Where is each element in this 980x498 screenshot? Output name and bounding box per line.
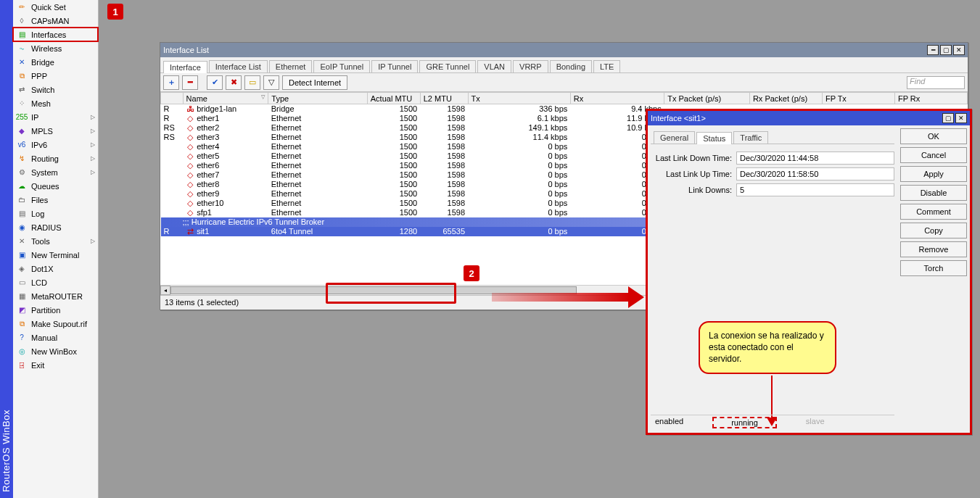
sidebar-item-partition[interactable]: ◩Partition — [13, 303, 98, 317]
cancel-button[interactable]: Cancel — [900, 147, 967, 163]
detail-tab-status[interactable]: Status — [696, 132, 732, 144]
sidebar-item-manual[interactable]: ?Manual — [13, 331, 98, 344]
tab-eoip-tunnel[interactable]: EoIP Tunnel — [313, 60, 370, 72]
sidebar-label: Quick Set — [31, 3, 66, 12]
sidebar-label: CAPsMAN — [31, 17, 70, 25]
col-header[interactable]: Type — [268, 93, 367, 104]
sidebar-item-mesh[interactable]: ⁘Mesh — [13, 96, 98, 110]
torch-button[interactable]: Torch — [900, 260, 967, 276]
sidebar-item-exit[interactable]: ⍈Exit — [13, 358, 98, 372]
tab-lte[interactable]: LTE — [593, 60, 620, 72]
menu-icon: ⇄ — [16, 85, 28, 95]
detail-tab-traffic[interactable]: Traffic — [733, 131, 768, 144]
sidebar-label: Interfaces — [31, 30, 66, 39]
sidebar-item-new-terminal[interactable]: ▣New Terminal — [13, 248, 98, 262]
sidebar-item-files[interactable]: 🗀Files — [13, 193, 98, 207]
tab-ethernet[interactable]: Ethernet — [269, 60, 313, 72]
col-header[interactable]: L2 MTU — [420, 93, 468, 104]
disable-button[interactable]: Disable — [900, 185, 967, 201]
sidebar-item-mpls[interactable]: ◆MPLS▷ — [13, 124, 98, 138]
sidebar-item-ppp[interactable]: ⧉PPP — [13, 69, 98, 83]
filter-button[interactable]: ▽ — [263, 75, 279, 90]
sidebar-item-log[interactable]: ▤Log — [13, 207, 98, 220]
scroll-left-arrow[interactable]: ◂ — [160, 286, 170, 295]
window-titlebar[interactable]: Interface List ━ ▢ ✕ — [160, 43, 968, 57]
sidebar-item-capsman[interactable]: ◊CAPsMAN — [13, 14, 98, 28]
window-title: Interface List — [163, 46, 926, 54]
callout-2: 2 — [464, 265, 479, 281]
detect-internet-button[interactable]: Detect Internet — [282, 75, 347, 90]
menu-icon: ◈ — [16, 264, 28, 274]
detail-status-strip: enabled running slave — [651, 415, 894, 430]
sidebar-item-system[interactable]: ⚙System▷ — [13, 165, 98, 179]
menu-icon: ⧉ — [16, 71, 28, 81]
col-header[interactable]: Actual MTU — [367, 93, 420, 104]
sidebar-item-lcd[interactable]: ▭LCD — [13, 275, 98, 289]
sidebar-item-radius[interactable]: ◉RADIUS — [13, 220, 98, 234]
col-header[interactable]: Rx — [570, 93, 664, 104]
sidebar-label: Partition — [31, 306, 60, 315]
detail-titlebar[interactable]: Interface <sit1> ▢ ✕ — [648, 111, 970, 125]
menu-icon: ▭ — [16, 278, 28, 288]
col-header[interactable]: Tx Packet (p/s) — [664, 93, 750, 104]
sidebar-label: PPP — [31, 72, 47, 80]
sidebar-item-dot1x[interactable]: ◈Dot1X — [13, 262, 98, 275]
sidebar-item-ip[interactable]: 255IP▷ — [13, 110, 98, 124]
status-enabled: enabled — [655, 417, 683, 428]
disable-button[interactable]: ✖ — [226, 75, 242, 90]
submenu-arrow-icon: ▷ — [91, 238, 95, 244]
sidebar-item-tools[interactable]: ✕Tools▷ — [13, 234, 98, 248]
sidebar-item-quick-set[interactable]: ✏Quick Set — [13, 0, 98, 14]
sidebar-item-switch[interactable]: ⇄Switch — [13, 83, 98, 96]
sidebar-item-wireless[interactable]: ⏦Wireless — [13, 41, 98, 55]
detail-tab-general[interactable]: General — [654, 131, 695, 144]
sidebar-item-queues[interactable]: ☁Queues — [13, 179, 98, 193]
col-header[interactable]: FP Rx — [894, 93, 967, 104]
col-header[interactable]: Rx Packet (p/s) — [749, 93, 822, 104]
remove-button[interactable]: ━ — [182, 75, 198, 90]
item-count: 13 items (1 selected) — [165, 298, 239, 307]
detail-buttons: OKCancelApplyDisableCommentCopyRemoveTor… — [897, 125, 970, 433]
sidebar-label: Bridge — [31, 58, 54, 67]
enable-button[interactable]: ✔ — [207, 75, 223, 90]
tab-gre-tunnel[interactable]: GRE Tunnel — [419, 60, 476, 72]
sidebar-label: MetaROUTER — [31, 292, 83, 301]
sidebar-item-bridge[interactable]: ✕Bridge — [13, 55, 98, 69]
menu-icon: ↯ — [16, 154, 28, 164]
tab-interface-list[interactable]: Interface List — [209, 60, 268, 72]
menu-icon: ▤ — [16, 30, 28, 40]
menu-icon: 🗀 — [16, 195, 28, 205]
detail-maximize-button[interactable]: ▢ — [942, 113, 954, 123]
ok-button[interactable]: OK — [900, 128, 967, 144]
tab-bonding[interactable]: Bonding — [550, 60, 592, 72]
detail-close-button[interactable]: ✕ — [955, 113, 967, 123]
sidebar-item-ipv6[interactable]: v6IPv6▷ — [13, 138, 98, 152]
menu-icon: ▣ — [16, 250, 28, 260]
comment-button[interactable]: ▭ — [244, 75, 260, 90]
sidebar-label: Files — [31, 196, 48, 204]
find-input[interactable]: Find — [907, 76, 965, 89]
add-button[interactable]: ＋ — [163, 75, 179, 90]
tab-vrrp[interactable]: VRRP — [513, 60, 548, 72]
sidebar-item-interfaces[interactable]: ▤Interfaces — [13, 28, 98, 41]
col-header[interactable]: Tx — [468, 93, 570, 104]
sidebar-item-make-supout-rif[interactable]: ⧉Make Supout.rif — [13, 317, 98, 331]
sidebar-label: Routing — [31, 154, 59, 163]
sidebar-item-new-winbox[interactable]: ◎New WinBox — [13, 344, 98, 358]
col-header[interactable]: Name▽ — [183, 93, 268, 104]
remove-button[interactable]: Remove — [900, 241, 967, 257]
col-header[interactable] — [161, 93, 184, 104]
maximize-button[interactable]: ▢ — [940, 45, 952, 55]
close-button[interactable]: ✕ — [953, 45, 965, 55]
comment-button[interactable]: Comment — [900, 204, 967, 220]
iflist-tabs: InterfaceInterface ListEthernetEoIP Tunn… — [160, 57, 968, 73]
tab-ip-tunnel[interactable]: IP Tunnel — [371, 60, 418, 72]
copy-button[interactable]: Copy — [900, 223, 967, 238]
sidebar-item-metarouter[interactable]: ▦MetaROUTER — [13, 289, 98, 303]
col-header[interactable]: FP Tx — [822, 93, 894, 104]
tab-vlan[interactable]: VLAN — [477, 60, 511, 72]
sidebar-item-routing[interactable]: ↯Routing▷ — [13, 152, 98, 165]
minimize-button[interactable]: ━ — [927, 45, 939, 55]
apply-button[interactable]: Apply — [900, 166, 967, 182]
tab-interface[interactable]: Interface — [163, 61, 207, 73]
